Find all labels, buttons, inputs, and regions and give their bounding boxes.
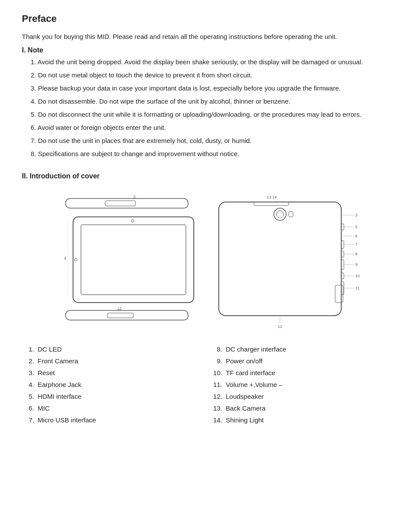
svg-text:6: 6 [355,234,357,238]
note-5: 5. Do not disconnect the unit while it i… [22,109,398,120]
spec-left-item: 7.Micro USB interface [22,414,210,426]
spec-left-item: 6.MIC [22,402,210,414]
svg-point-7 [131,219,134,222]
svg-text:11: 11 [355,286,360,290]
page-title: Preface [22,13,398,24]
spec-right-item: 14.Shining Light [210,414,398,426]
spec-left-item: 3.Reset [22,367,210,379]
section-ii-title: II. Introduction of cover [22,172,398,180]
device-diagram: 2 4 12 [22,189,398,330]
spec-right-item: 10.TF card interface [210,367,398,379]
note-8: 8. Specifications are subject to change … [22,149,398,159]
side-labels-svg: 4 [59,216,72,303]
svg-rect-5 [73,217,194,303]
specs-list: 1.DC LED2.Front Camera3.Reset4.Earphone … [22,343,398,426]
notes-list: 1. Avoid the unit being dropped. Avoid t… [22,57,398,159]
note-3: 3. Please backup your data in case your … [22,83,398,94]
top-view-svg: 2 [57,195,197,212]
svg-text:2: 2 [133,195,136,199]
note-7: 7. Do not use the unit in places that ar… [22,136,398,146]
spec-left-item: 1.DC LED [22,343,210,355]
svg-rect-12 [219,202,341,316]
svg-rect-0 [66,199,188,208]
svg-rect-9 [66,310,188,320]
svg-rect-6 [81,225,186,295]
specs-left-col: 1.DC LED2.Front Camera3.Reset4.Earphone … [22,343,210,426]
svg-text:3: 3 [355,213,357,217]
svg-point-15 [274,208,286,220]
svg-rect-1 [105,201,136,206]
svg-text:8: 8 [355,252,357,256]
spec-left-item: 2.Front Camera [22,355,210,367]
diagram-left-group: 2 4 12 [57,195,197,324]
svg-rect-10 [107,313,133,318]
spec-right-item: 8.DC charger interface [210,343,398,355]
note-4: 4. Do not disassemble. Do not wipe the s… [22,96,398,107]
spec-left-item: 4.Earphone Jack [22,379,210,390]
svg-text:9: 9 [355,262,357,267]
spec-right-item: 12.Loudspeaker [210,390,398,402]
svg-point-16 [276,211,284,218]
section-i-title: I. Note [22,46,398,54]
spec-right-item: 11.Volume +,Volume – [210,379,398,390]
bottom-view-svg: 12 [57,307,197,324]
intro-paragraph: Thank you for buying this MID. Please re… [22,31,398,42]
spec-left-item: 5.HDMI interface [22,390,210,402]
note-2: 2. Do not use metal object to touch the … [22,70,398,80]
svg-text:13 14: 13 14 [267,195,277,199]
note-6: 6. Avoid water or foreign objects enter … [22,122,398,133]
note-1: 1. Avoid the unit being dropped. Avoid t… [22,57,398,67]
diagram-right-group: 13 14 3 5 6 7 8 [214,189,363,330]
svg-text:4: 4 [64,256,66,261]
svg-text:10: 10 [355,274,360,278]
svg-point-8 [74,258,77,261]
svg-rect-17 [289,212,293,217]
svg-text:12: 12 [278,324,282,329]
svg-rect-42 [335,285,343,303]
svg-text:7: 7 [355,242,357,247]
front-view-svg [72,216,195,303]
svg-rect-13 [254,202,289,206]
svg-text:12: 12 [117,307,122,311]
spec-right-item: 9.Power on/off [210,355,398,367]
back-view-svg: 13 14 3 5 6 7 8 [214,189,363,329]
svg-text:5: 5 [355,225,357,229]
spec-right-item: 13.Back Camera [210,402,398,414]
specs-right-col: 8.DC charger interface9.Power on/off10.T… [210,343,398,426]
